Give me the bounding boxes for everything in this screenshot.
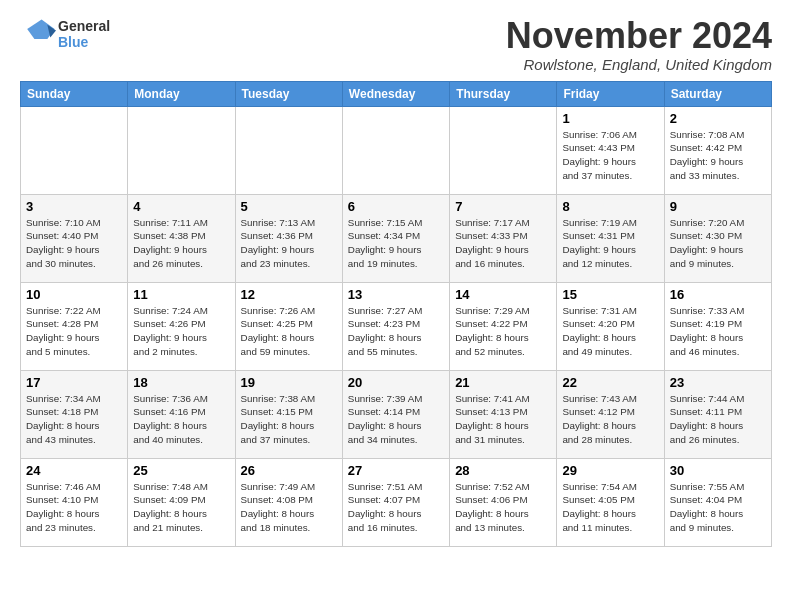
calendar-cell-4-3: 27Sunrise: 7:51 AM Sunset: 4:07 PM Dayli… (342, 458, 449, 546)
day-info: Sunrise: 7:29 AM Sunset: 4:22 PM Dayligh… (455, 304, 551, 359)
col-saturday: Saturday (664, 81, 771, 106)
calendar-cell-4-5: 29Sunrise: 7:54 AM Sunset: 4:05 PM Dayli… (557, 458, 664, 546)
day-number: 15 (562, 287, 658, 302)
col-friday: Friday (557, 81, 664, 106)
day-info: Sunrise: 7:38 AM Sunset: 4:15 PM Dayligh… (241, 392, 337, 447)
day-number: 7 (455, 199, 551, 214)
calendar-cell-1-3: 6Sunrise: 7:15 AM Sunset: 4:34 PM Daylig… (342, 194, 449, 282)
logo-svg (20, 16, 56, 52)
day-info: Sunrise: 7:27 AM Sunset: 4:23 PM Dayligh… (348, 304, 444, 359)
day-info: Sunrise: 7:54 AM Sunset: 4:05 PM Dayligh… (562, 480, 658, 535)
day-number: 24 (26, 463, 122, 478)
calendar-week-2: 3Sunrise: 7:10 AM Sunset: 4:40 PM Daylig… (21, 194, 772, 282)
day-info: Sunrise: 7:43 AM Sunset: 4:12 PM Dayligh… (562, 392, 658, 447)
day-number: 1 (562, 111, 658, 126)
day-info: Sunrise: 7:39 AM Sunset: 4:14 PM Dayligh… (348, 392, 444, 447)
calendar-cell-2-2: 12Sunrise: 7:26 AM Sunset: 4:25 PM Dayli… (235, 282, 342, 370)
day-info: Sunrise: 7:55 AM Sunset: 4:04 PM Dayligh… (670, 480, 766, 535)
day-number: 10 (26, 287, 122, 302)
page: General Blue November 2024 Rowlstone, En… (0, 0, 792, 557)
month-title: November 2024 (506, 16, 772, 56)
calendar-cell-0-4 (450, 106, 557, 194)
calendar-cell-4-4: 28Sunrise: 7:52 AM Sunset: 4:06 PM Dayli… (450, 458, 557, 546)
calendar-cell-2-4: 14Sunrise: 7:29 AM Sunset: 4:22 PM Dayli… (450, 282, 557, 370)
day-number: 27 (348, 463, 444, 478)
day-info: Sunrise: 7:08 AM Sunset: 4:42 PM Dayligh… (670, 128, 766, 183)
calendar-cell-0-5: 1Sunrise: 7:06 AM Sunset: 4:43 PM Daylig… (557, 106, 664, 194)
logo: General Blue (20, 16, 110, 52)
col-wednesday: Wednesday (342, 81, 449, 106)
day-number: 26 (241, 463, 337, 478)
day-number: 9 (670, 199, 766, 214)
calendar-cell-1-4: 7Sunrise: 7:17 AM Sunset: 4:33 PM Daylig… (450, 194, 557, 282)
calendar-cell-0-0 (21, 106, 128, 194)
calendar-cell-2-5: 15Sunrise: 7:31 AM Sunset: 4:20 PM Dayli… (557, 282, 664, 370)
calendar-week-4: 17Sunrise: 7:34 AM Sunset: 4:18 PM Dayli… (21, 370, 772, 458)
col-tuesday: Tuesday (235, 81, 342, 106)
day-info: Sunrise: 7:41 AM Sunset: 4:13 PM Dayligh… (455, 392, 551, 447)
day-info: Sunrise: 7:19 AM Sunset: 4:31 PM Dayligh… (562, 216, 658, 271)
calendar-cell-3-1: 18Sunrise: 7:36 AM Sunset: 4:16 PM Dayli… (128, 370, 235, 458)
day-number: 4 (133, 199, 229, 214)
day-number: 28 (455, 463, 551, 478)
logo-graphic: General Blue (20, 16, 110, 52)
day-number: 11 (133, 287, 229, 302)
day-info: Sunrise: 7:06 AM Sunset: 4:43 PM Dayligh… (562, 128, 658, 183)
day-info: Sunrise: 7:49 AM Sunset: 4:08 PM Dayligh… (241, 480, 337, 535)
calendar-cell-1-0: 3Sunrise: 7:10 AM Sunset: 4:40 PM Daylig… (21, 194, 128, 282)
day-number: 14 (455, 287, 551, 302)
day-number: 20 (348, 375, 444, 390)
calendar-cell-1-5: 8Sunrise: 7:19 AM Sunset: 4:31 PM Daylig… (557, 194, 664, 282)
calendar-cell-0-1 (128, 106, 235, 194)
day-info: Sunrise: 7:11 AM Sunset: 4:38 PM Dayligh… (133, 216, 229, 271)
calendar-cell-3-0: 17Sunrise: 7:34 AM Sunset: 4:18 PM Dayli… (21, 370, 128, 458)
day-number: 21 (455, 375, 551, 390)
calendar-cell-1-6: 9Sunrise: 7:20 AM Sunset: 4:30 PM Daylig… (664, 194, 771, 282)
day-number: 18 (133, 375, 229, 390)
header: General Blue November 2024 Rowlstone, En… (20, 16, 772, 73)
calendar-week-5: 24Sunrise: 7:46 AM Sunset: 4:10 PM Dayli… (21, 458, 772, 546)
calendar-cell-0-3 (342, 106, 449, 194)
calendar-cell-1-2: 5Sunrise: 7:13 AM Sunset: 4:36 PM Daylig… (235, 194, 342, 282)
col-thursday: Thursday (450, 81, 557, 106)
calendar-table: Sunday Monday Tuesday Wednesday Thursday… (20, 81, 772, 547)
day-number: 12 (241, 287, 337, 302)
calendar-week-3: 10Sunrise: 7:22 AM Sunset: 4:28 PM Dayli… (21, 282, 772, 370)
calendar-cell-4-1: 25Sunrise: 7:48 AM Sunset: 4:09 PM Dayli… (128, 458, 235, 546)
day-info: Sunrise: 7:31 AM Sunset: 4:20 PM Dayligh… (562, 304, 658, 359)
calendar-cell-2-0: 10Sunrise: 7:22 AM Sunset: 4:28 PM Dayli… (21, 282, 128, 370)
day-info: Sunrise: 7:51 AM Sunset: 4:07 PM Dayligh… (348, 480, 444, 535)
calendar-cell-4-0: 24Sunrise: 7:46 AM Sunset: 4:10 PM Dayli… (21, 458, 128, 546)
calendar-cell-4-6: 30Sunrise: 7:55 AM Sunset: 4:04 PM Dayli… (664, 458, 771, 546)
day-number: 23 (670, 375, 766, 390)
day-info: Sunrise: 7:46 AM Sunset: 4:10 PM Dayligh… (26, 480, 122, 535)
day-info: Sunrise: 7:26 AM Sunset: 4:25 PM Dayligh… (241, 304, 337, 359)
calendar-cell-0-2 (235, 106, 342, 194)
calendar-week-1: 1Sunrise: 7:06 AM Sunset: 4:43 PM Daylig… (21, 106, 772, 194)
day-info: Sunrise: 7:36 AM Sunset: 4:16 PM Dayligh… (133, 392, 229, 447)
day-info: Sunrise: 7:24 AM Sunset: 4:26 PM Dayligh… (133, 304, 229, 359)
calendar-cell-3-5: 22Sunrise: 7:43 AM Sunset: 4:12 PM Dayli… (557, 370, 664, 458)
day-info: Sunrise: 7:52 AM Sunset: 4:06 PM Dayligh… (455, 480, 551, 535)
calendar-cell-2-1: 11Sunrise: 7:24 AM Sunset: 4:26 PM Dayli… (128, 282, 235, 370)
calendar-cell-1-1: 4Sunrise: 7:11 AM Sunset: 4:38 PM Daylig… (128, 194, 235, 282)
day-info: Sunrise: 7:34 AM Sunset: 4:18 PM Dayligh… (26, 392, 122, 447)
day-number: 5 (241, 199, 337, 214)
calendar-cell-3-6: 23Sunrise: 7:44 AM Sunset: 4:11 PM Dayli… (664, 370, 771, 458)
day-info: Sunrise: 7:10 AM Sunset: 4:40 PM Dayligh… (26, 216, 122, 271)
day-info: Sunrise: 7:20 AM Sunset: 4:30 PM Dayligh… (670, 216, 766, 271)
day-number: 22 (562, 375, 658, 390)
calendar-header-row: Sunday Monday Tuesday Wednesday Thursday… (21, 81, 772, 106)
day-number: 25 (133, 463, 229, 478)
col-sunday: Sunday (21, 81, 128, 106)
day-number: 2 (670, 111, 766, 126)
calendar-cell-3-3: 20Sunrise: 7:39 AM Sunset: 4:14 PM Dayli… (342, 370, 449, 458)
col-monday: Monday (128, 81, 235, 106)
logo-text: General Blue (58, 18, 110, 50)
calendar-cell-3-4: 21Sunrise: 7:41 AM Sunset: 4:13 PM Dayli… (450, 370, 557, 458)
day-number: 3 (26, 199, 122, 214)
day-info: Sunrise: 7:22 AM Sunset: 4:28 PM Dayligh… (26, 304, 122, 359)
day-number: 19 (241, 375, 337, 390)
day-number: 8 (562, 199, 658, 214)
day-number: 29 (562, 463, 658, 478)
